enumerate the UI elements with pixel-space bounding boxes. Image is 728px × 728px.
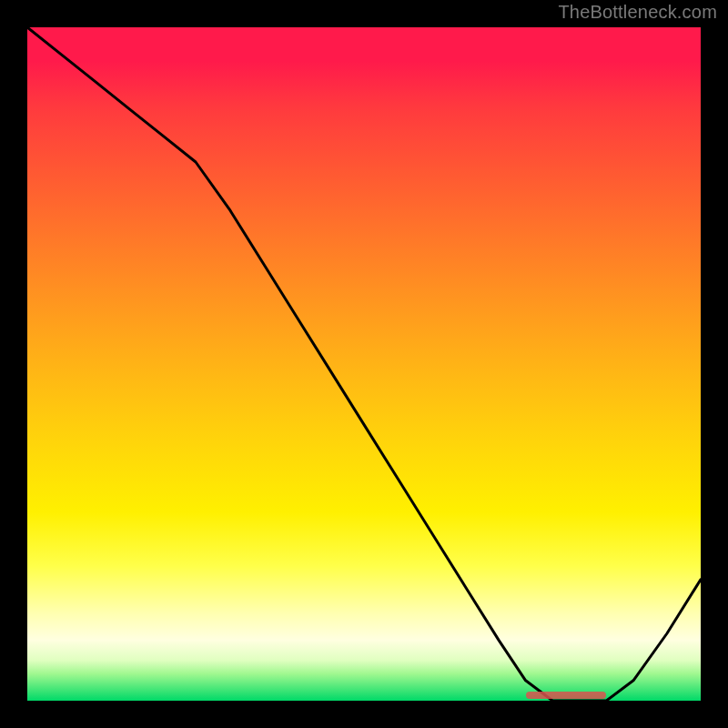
optimal-marker (526, 692, 607, 699)
attribution-text: TheBottleneck.com (558, 2, 717, 23)
bottleneck-chart (27, 27, 701, 701)
curve-layer (27, 27, 701, 701)
bottleneck-curve (27, 27, 701, 701)
